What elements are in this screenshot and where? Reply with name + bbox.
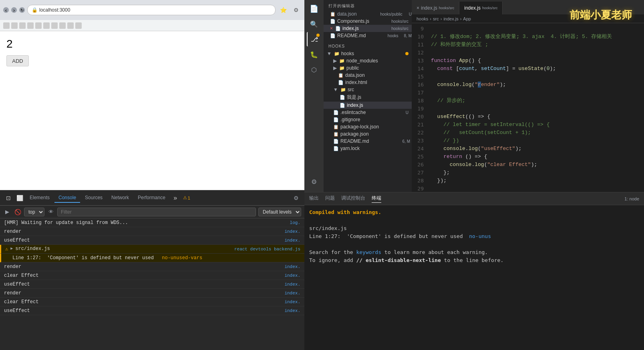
folder-icon: 📁 (339, 58, 345, 64)
devtools-settings-button[interactable]: ⚙ (291, 193, 301, 203)
sidebar-settings-icon[interactable]: ⚙ (307, 174, 321, 189)
close-icon[interactable]: × (417, 5, 419, 11)
back-button[interactable]: ‹ (3, 7, 9, 13)
browser-toolbar (0, 20, 304, 31)
tab-console[interactable]: Console (54, 193, 80, 203)
folder-node-modules[interactable]: ▶ 📁 node_modules (324, 57, 412, 64)
terminal-content[interactable]: Compiled with warnings. src/index.js Lin… (304, 205, 644, 350)
file-icon: 📋 (330, 12, 336, 17)
line-numbers: 9101112131415161718192021222324252627282… (412, 23, 428, 192)
file-package-json[interactable]: 📋 package.json (324, 130, 412, 138)
sidebar-explorer-icon[interactable]: 📄 (307, 2, 321, 16)
folder-icon: 📁 (334, 51, 340, 56)
filter-input[interactable] (57, 208, 256, 216)
inspect-element-button[interactable]: ⊡ (3, 193, 14, 203)
terminal-status: 1: node (624, 196, 639, 201)
keywords-link[interactable]: keywords (356, 249, 381, 255)
address-bar[interactable]: 🔒 localhost:3000 (27, 5, 276, 15)
tab-terminal[interactable]: 终端 (372, 195, 381, 203)
console-play-button[interactable]: ▶ (3, 208, 11, 216)
file-icon: 📄 (335, 26, 341, 31)
expand-arrow[interactable]: ▶ (10, 246, 13, 251)
warning-icon: ⚠ (183, 195, 187, 200)
open-editor-data-json[interactable]: 📋 data.json hooks/public U (324, 10, 412, 18)
open-editor-readme[interactable]: 📄 README.md hooks 8, M (324, 32, 412, 39)
sidebar-search-icon[interactable]: 🔍 (307, 17, 321, 31)
editor-tabs: × index.js hooks/src index.js hooks/src (412, 0, 644, 14)
more-tabs-button[interactable]: » (170, 193, 181, 203)
file-icon: 📄 (330, 19, 336, 24)
extensions-button[interactable]: ⚙ (291, 5, 301, 15)
forward-button[interactable]: › (11, 7, 17, 13)
terminal-compiled-msg: Compiled with warnings. (309, 208, 639, 216)
file-yarn-lock[interactable]: 📄 yarn.lock (324, 145, 412, 152)
tab-output[interactable]: 输出 (309, 195, 319, 202)
file-gitignore[interactable]: 📄 .gitignore (324, 116, 412, 123)
toolbar-icon-9 (67, 22, 74, 29)
open-editor-index-js[interactable]: × 📄 index.js hooks/src (324, 25, 412, 32)
folder-public[interactable]: ▶ 📁 public (324, 64, 412, 72)
console-clear-button[interactable]: 🚫 (14, 208, 22, 216)
tab-index-js-1[interactable]: × index.js hooks/src (412, 2, 459, 14)
toolbar-icon-2 (11, 22, 18, 29)
toolbar-icon-7 (51, 22, 58, 29)
tab-performance[interactable]: Performance (134, 193, 169, 203)
console-row: render index. (0, 227, 304, 236)
reload-button[interactable]: ↻ (19, 7, 25, 13)
console-output[interactable]: [HMR] Waiting for update signal from WDS… (0, 218, 304, 350)
console-row: clear Effect index. (0, 298, 304, 306)
eye-button[interactable]: 👁 (47, 208, 55, 216)
level-selector[interactable]: Default levels (258, 208, 301, 216)
open-editor-components[interactable]: 📄 Components.js hooks/src (324, 18, 412, 25)
vscode-explorer-panel: 打开的编辑器 📋 data.json hooks/public U 📄 Comp… (324, 0, 412, 192)
terminal-src-msg: src/index.js (309, 224, 639, 232)
no-unused-link[interactable]: no-unus (469, 233, 491, 239)
file-data-json[interactable]: 📋 data.json (324, 72, 412, 79)
file-zhushi-js[interactable]: 📄 我是.js (324, 93, 412, 102)
close-icon[interactable]: × (330, 26, 333, 31)
tab-index-js-2[interactable]: index.js hooks/src (459, 2, 503, 14)
devtools-panel: ⊡ ⬜ Elements Console Sources Network Per… (0, 190, 304, 350)
chevron-down-icon: ▼ (333, 87, 338, 92)
sidebar-extensions-icon[interactable]: ⬡ (307, 62, 321, 77)
tab-network[interactable]: Network (107, 193, 133, 203)
folder-hooks[interactable]: ▼ 📁 hooks (324, 50, 412, 57)
url-text: localhost:3000 (39, 7, 70, 13)
terminal-line-msg: Line 1:27: 'Component' is defined but ne… (309, 232, 639, 240)
file-package-lock[interactable]: 📋 package-lock.json (324, 123, 412, 130)
context-selector[interactable]: top (24, 208, 44, 216)
sidebar-git-icon[interactable]: ⎇ (307, 32, 321, 46)
console-warning-detail-row: Line 1:27: 'Component' is defined but ne… (0, 254, 304, 262)
modified-dot (405, 52, 409, 55)
tab-problems[interactable]: 问题 (325, 195, 335, 202)
console-row: render index. (0, 289, 304, 298)
file-index-js[interactable]: 📄 index.js (324, 102, 412, 109)
device-toggle-button[interactable]: ⬜ (14, 193, 25, 203)
file-icon: 📄 (338, 80, 344, 85)
code-editor[interactable]: // 1. 修改dom; 2. 修改全局变量; 3. ajax 4. 计时器; … (428, 23, 644, 192)
folder-src[interactable]: ▼ 📁 src (324, 86, 412, 93)
toolbar-icon-1 (3, 22, 10, 29)
file-index-html[interactable]: 📄 index.html (324, 79, 412, 86)
app-content: 2 ADD (0, 31, 304, 190)
count-display: 2 (6, 38, 298, 50)
tab-sources[interactable]: Sources (81, 193, 107, 203)
console-row: [HMR] Waiting for update signal from WDS… (0, 218, 304, 227)
console-row: clear Effect index. (0, 271, 304, 280)
tab-elements[interactable]: Elements (26, 193, 54, 203)
code-area: 9101112131415161718192021222324252627282… (412, 23, 644, 192)
toolbar-icon-3 (19, 22, 26, 29)
toolbar-icon-4 (27, 22, 34, 29)
add-button[interactable]: ADD (6, 55, 29, 66)
file-eslintcache[interactable]: 📄 .eslintcache U (324, 109, 412, 116)
bookmark-button[interactable]: ⭐ (278, 5, 288, 15)
tab-debug-console[interactable]: 调试控制台 (341, 195, 365, 202)
file-icon: 📄 (340, 95, 345, 100)
folder-icon: 📁 (340, 87, 346, 92)
sidebar-debug-icon[interactable]: 🐛 (307, 47, 321, 62)
terminal-panel: 输出 问题 调试控制台 终端 1: node Compiled with war… (304, 192, 644, 350)
file-icon: 📋 (333, 132, 339, 137)
console-row: useEffect index. (0, 280, 304, 289)
file-readme-hooks[interactable]: 📄 README.md 6, M (324, 138, 412, 145)
warning-badge: ⚠ 1 (183, 195, 190, 200)
